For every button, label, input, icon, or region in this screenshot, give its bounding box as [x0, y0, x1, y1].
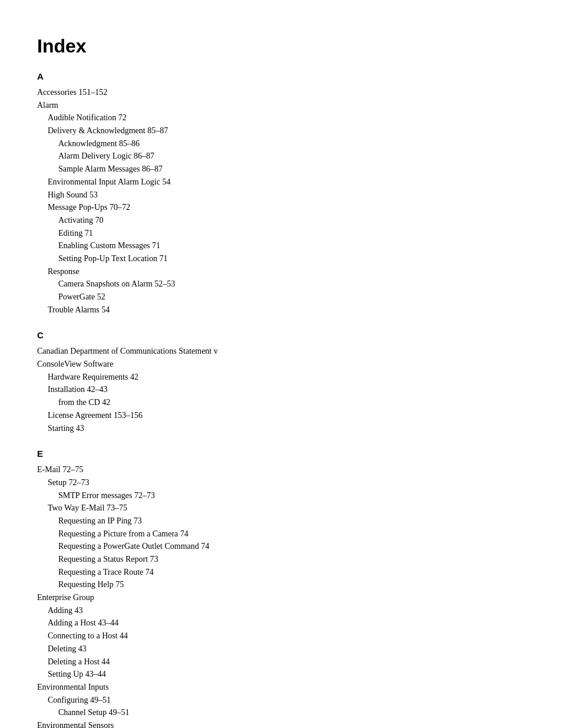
index-entry: Requesting a Picture from a Camera 74	[37, 528, 525, 541]
index-entry: Environmental Inputs	[37, 681, 525, 694]
index-entry: Accessories 151–152	[37, 86, 525, 99]
section-letter-c: C	[37, 330, 525, 340]
index-entry: Two Way E-Mail 73–75	[37, 502, 525, 515]
section-letter-e: E	[37, 449, 525, 459]
index-entry: Starting 43	[37, 422, 525, 435]
page-title: Index	[37, 35, 525, 57]
index-entry: Message Pop-Ups 70–72	[37, 201, 525, 214]
index-entry: Alarm	[37, 99, 525, 112]
section-letter-a: A	[37, 71, 525, 81]
index-entry: Setting Up 43–44	[37, 668, 525, 681]
index-entry: Enabling Custom Messages 71	[37, 239, 525, 252]
index-entry: Requesting a Trace Route 74	[37, 566, 525, 579]
index-entry: Deleting 43	[37, 643, 525, 655]
index-entry: E-Mail 72–75	[37, 463, 525, 476]
index-entry: License Agreement 153–156	[37, 409, 525, 422]
index-entry: Requesting an IP Ping 73	[37, 515, 525, 528]
index-entry: Environmental Sensors	[37, 719, 525, 728]
index-entry: Requesting a PowerGate Outlet Command 74	[37, 540, 525, 553]
index-content: AAccessories 151–152AlarmAudible Notific…	[37, 71, 525, 728]
index-entry: Requesting a Status Report 73	[37, 553, 525, 566]
index-entry: Camera Snapshots on Alarm 52–53	[37, 278, 525, 291]
index-entry: Editing 71	[37, 227, 525, 240]
index-entry: Enterprise Group	[37, 591, 525, 604]
index-entry: Audible Notification 72	[37, 111, 525, 124]
index-entry: Response	[37, 265, 525, 278]
index-entry: Alarm Delivery Logic 86–87	[37, 150, 525, 163]
index-entry: Requesting Help 75	[37, 578, 525, 591]
index-entry: Acknowledgment 85–86	[37, 137, 525, 150]
index-entry: Setup 72–73	[37, 476, 525, 489]
index-entry: Configuring 49–51	[37, 694, 525, 707]
index-entry: Activating 70	[37, 214, 525, 227]
index-entry: Adding 43	[37, 604, 525, 617]
index-entry: Environmental Input Alarm Logic 54	[37, 176, 525, 189]
index-entry: High Sound 53	[37, 189, 525, 202]
index-entry: Delivery & Acknowledgment 85–87	[37, 124, 525, 137]
index-entry: PowerGate 52	[37, 291, 525, 304]
index-entry: Canadian Department of Communications St…	[37, 345, 525, 358]
index-entry: Setting Pop-Up Text Location 71	[37, 252, 525, 265]
index-entry: ConsoleView Software	[37, 358, 525, 371]
index-entry: Connecting to a Host 44	[37, 630, 525, 643]
index-entry: Sample Alarm Messages 86–87	[37, 163, 525, 176]
index-entry: Hardware Requirements 42	[37, 371, 525, 384]
index-entry: from the CD 42	[37, 396, 525, 409]
index-entry: Installation 42–43	[37, 383, 525, 396]
index-entry: Channel Setup 49–51	[37, 706, 525, 719]
index-entry: SMTP Error messages 72–73	[37, 489, 525, 502]
index-entry: Adding a Host 43–44	[37, 617, 525, 630]
index-entry: Deleting a Host 44	[37, 655, 525, 668]
index-entry: Trouble Alarms 54	[37, 304, 525, 317]
